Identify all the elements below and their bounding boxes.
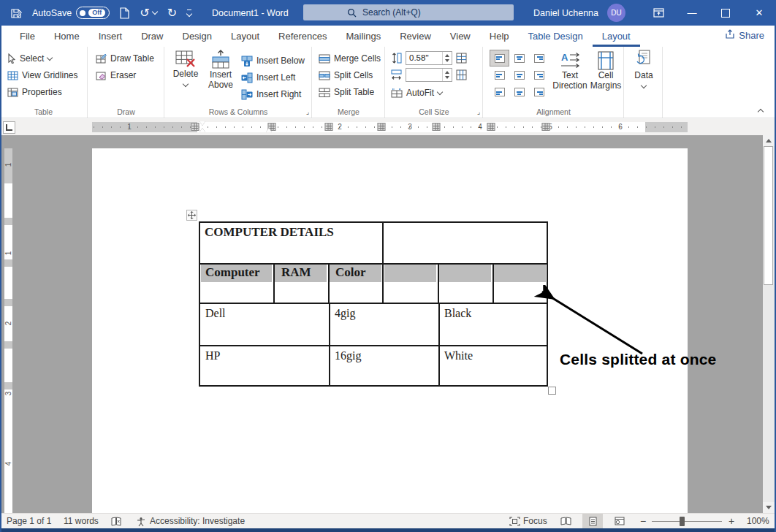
table-column-marker[interactable] — [487, 123, 495, 131]
zoom-in-icon[interactable]: + — [729, 515, 734, 527]
height-spinner[interactable] — [442, 52, 452, 64]
table-column-marker[interactable] — [191, 123, 199, 131]
ribbon-display-options-icon[interactable] — [642, 0, 675, 26]
align-top-left-button[interactable] — [490, 50, 509, 66]
table-column-marker[interactable] — [542, 123, 550, 131]
scrollbar-thumb[interactable] — [764, 146, 773, 285]
tab-view[interactable]: View — [441, 26, 480, 47]
table-border[interactable] — [438, 263, 439, 303]
proofing-errors-icon[interactable] — [111, 517, 121, 528]
zoom-slider-track[interactable] — [652, 521, 722, 522]
web-layout-icon[interactable] — [609, 514, 630, 528]
table-row-marker[interactable] — [4, 299, 12, 306]
word-count[interactable]: 11 words — [64, 516, 99, 526]
tab-mailings[interactable]: Mailings — [337, 26, 391, 47]
cell-height-input[interactable]: 0.58" — [406, 51, 452, 65]
table-row-marker[interactable] — [4, 341, 12, 349]
redo-button[interactable]: ↻ — [167, 6, 177, 20]
select-button[interactable]: Select — [7, 51, 52, 66]
table-row-marker[interactable] — [4, 218, 12, 225]
read-mode-icon[interactable] — [555, 514, 576, 528]
maximize-button[interactable] — [709, 0, 742, 26]
distribute-rows-icon[interactable] — [456, 53, 467, 64]
table-header-cell[interactable]: Color — [335, 265, 366, 280]
table-border[interactable] — [199, 263, 548, 265]
eraser-button[interactable]: Eraser — [96, 68, 136, 83]
accessibility-status[interactable]: Accessibility: Investigate — [150, 516, 245, 526]
table-title-cell[interactable]: COMPUTER DETAILS — [205, 225, 334, 240]
tab-review[interactable]: Review — [390, 26, 441, 47]
align-bottom-right-button[interactable] — [529, 83, 549, 100]
view-gridlines-button[interactable]: View Gridlines — [7, 68, 77, 83]
text-direction-button[interactable]: A Text Direction — [551, 51, 589, 91]
align-top-right-button[interactable] — [529, 50, 549, 66]
align-top-center-button[interactable] — [509, 50, 529, 66]
page-count[interactable]: Page 1 of 1 — [7, 516, 51, 526]
tab-design[interactable]: Design — [173, 26, 221, 47]
table-border[interactable] — [329, 303, 330, 385]
rows-columns-dialog-launcher-icon[interactable]: ⌟ — [306, 108, 309, 115]
focus-label[interactable]: Focus — [523, 516, 547, 526]
save-icon[interactable] — [10, 7, 22, 19]
table-cell[interactable]: 16gig — [335, 349, 361, 362]
tab-table-design[interactable]: Table Design — [519, 26, 593, 47]
cell-width-input[interactable] — [406, 68, 452, 82]
close-button[interactable]: ✕ — [742, 0, 776, 26]
table-row-marker[interactable] — [4, 382, 12, 390]
focus-icon[interactable] — [509, 517, 520, 528]
tab-home[interactable]: Home — [45, 26, 89, 47]
scroll-down-icon[interactable] — [763, 502, 775, 513]
share-button[interactable]: Share — [725, 29, 764, 42]
autosave-control[interactable]: AutoSave Off — [32, 7, 110, 19]
align-bottom-center-button[interactable] — [509, 83, 529, 100]
table-border[interactable] — [273, 263, 275, 303]
zoom-level[interactable]: 100% — [747, 516, 769, 526]
cell-margins-button[interactable]: Cell Margins — [589, 51, 623, 91]
tab-help[interactable]: Help — [480, 26, 519, 47]
scroll-up-icon[interactable] — [763, 135, 775, 146]
undo-dropdown-icon[interactable] — [151, 9, 157, 15]
insert-below-button[interactable]: Insert Below — [241, 53, 305, 68]
print-layout-icon[interactable] — [582, 514, 603, 528]
table-column-marker[interactable] — [433, 123, 441, 131]
table-header-cell[interactable]: RAM — [281, 265, 311, 280]
tab-insert[interactable]: Insert — [89, 26, 132, 47]
tab-stop-selector[interactable] — [3, 121, 15, 134]
insert-right-button[interactable]: Insert Right — [241, 87, 301, 102]
data-button[interactable]: Data — [628, 50, 660, 88]
undo-button[interactable]: ↺ — [140, 6, 156, 20]
avatar[interactable]: DU — [607, 4, 625, 22]
table-row-marker[interactable] — [4, 259, 12, 267]
table-cell[interactable]: White — [444, 349, 473, 362]
table-resize-handle[interactable] — [548, 387, 556, 395]
width-spinner[interactable] — [442, 69, 452, 81]
tab-draw[interactable]: Draw — [132, 26, 172, 47]
table-border[interactable] — [199, 221, 200, 387]
table-border[interactable] — [328, 263, 330, 303]
tab-table-layout-active[interactable]: Layout — [593, 26, 640, 47]
autofit-button[interactable]: AutoFit — [391, 86, 442, 100]
table-cell[interactable]: 4gig — [335, 307, 355, 320]
customize-toolbar-icon[interactable] — [187, 10, 191, 16]
table-cell[interactable]: Black — [444, 307, 471, 320]
minimize-button[interactable]: — — [675, 0, 709, 26]
right-indent-marker[interactable] — [266, 128, 272, 132]
hanging-indent-marker[interactable] — [199, 128, 205, 132]
table-header-cell[interactable]: Computer — [205, 265, 260, 280]
align-center-left-button[interactable] — [490, 66, 509, 83]
split-table-button[interactable]: Split Table — [319, 85, 374, 99]
tab-layout[interactable]: Layout — [221, 26, 269, 47]
search-input[interactable]: Search (Alt+Q) — [303, 4, 514, 20]
insert-left-button[interactable]: Insert Left — [241, 70, 295, 85]
collapse-ribbon-icon[interactable] — [758, 104, 763, 117]
tab-references[interactable]: References — [269, 26, 336, 47]
properties-button[interactable]: Properties — [7, 85, 62, 99]
table-border[interactable] — [382, 221, 384, 303]
tab-file[interactable]: File — [10, 26, 45, 47]
cell-size-dialog-launcher-icon[interactable]: ⌟ — [477, 108, 480, 115]
insert-above-button[interactable]: Insert Above — [204, 50, 237, 90]
table-column-marker[interactable] — [325, 123, 333, 131]
autosave-toggle[interactable]: Off — [76, 7, 110, 19]
table-cell[interactable]: HP — [205, 349, 220, 362]
draw-table-button[interactable]: Draw Table — [96, 51, 154, 66]
